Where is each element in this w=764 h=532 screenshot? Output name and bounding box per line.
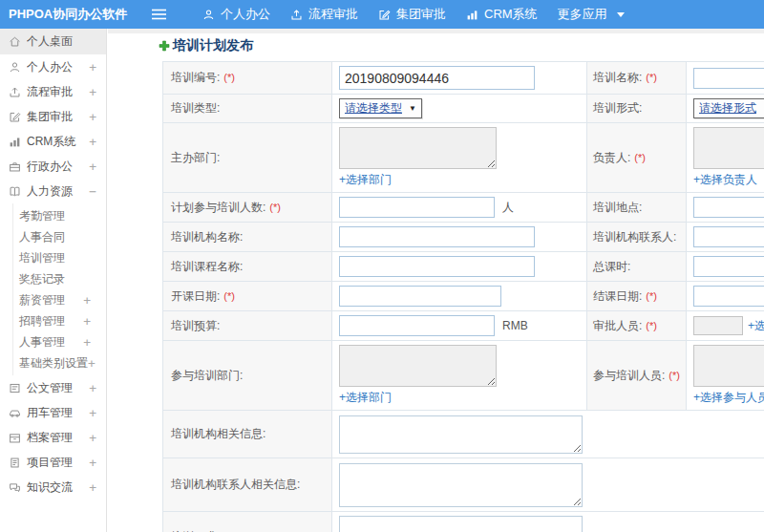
- sidebar-subitem-hr-contract[interactable]: 人事合同: [13, 226, 106, 247]
- field-label: 培训预算:: [171, 319, 220, 332]
- join-people-textarea[interactable]: [693, 345, 764, 387]
- required-mark: (*): [646, 290, 657, 302]
- sidebar-item-archive-mgmt[interactable]: 档案管理 +: [0, 425, 106, 450]
- required-mark: (*): [646, 72, 657, 83]
- expand-plus-icon: +: [89, 60, 98, 74]
- sidebar-subitem-salary[interactable]: 薪资管理 +: [13, 289, 106, 310]
- field-label: 培训形式:: [593, 101, 642, 115]
- home-icon: [9, 35, 21, 48]
- nav-item-more-apps[interactable]: 更多应用: [558, 6, 625, 23]
- sidebar-subitem-base-category[interactable]: 基础类别设置 +: [13, 352, 106, 373]
- expand-plus-icon: +: [83, 335, 93, 350]
- app-brand: PHPOA协同办公软件: [0, 6, 142, 23]
- expand-plus-icon: +: [89, 381, 98, 395]
- user-icon: [202, 9, 215, 21]
- sidebar-item-hr[interactable]: 人力资源 −: [0, 179, 106, 203]
- sidebar-subitem-recruit[interactable]: 招聘管理 +: [13, 310, 106, 331]
- sidebar-item-workflow-approval[interactable]: 流程审批 +: [0, 79, 106, 104]
- sidebar: 个人桌面 个人办公 + 流程审批 + 集团审批 + CRM系统 + 行政办公 +…: [0, 29, 107, 532]
- page-title-text: 培训计划发布: [173, 37, 253, 54]
- page-title: 培训计划发布: [159, 37, 253, 54]
- sidebar-subitem-label: 人事管理: [19, 334, 83, 351]
- select-approver-link[interactable]: +选择审批人员: [748, 318, 764, 334]
- sidebar-item-personal-office[interactable]: 个人办公 +: [0, 54, 106, 79]
- edit-icon: [9, 111, 21, 123]
- sidebar-item-desktop[interactable]: 个人桌面: [0, 29, 106, 54]
- leader-textarea[interactable]: [693, 127, 764, 169]
- sidebar-item-vehicle-mgmt[interactable]: 用车管理 +: [0, 400, 106, 425]
- field-label: 培训机构联系人:: [593, 230, 676, 244]
- sidebar-item-group-approval[interactable]: 集团审批 +: [0, 104, 106, 129]
- document-icon: [9, 382, 21, 394]
- field-label: 培训地点:: [593, 201, 642, 214]
- sidebar-subitem-personnel[interactable]: 人事管理 +: [13, 331, 106, 352]
- nav-item-label: 个人办公: [221, 6, 270, 23]
- sidebar-subitem-training[interactable]: 培训管理: [13, 247, 106, 268]
- field-label: 参与培训人员:: [593, 369, 665, 382]
- required-mark: (*): [269, 202, 281, 213]
- select-value: 请选择形式: [699, 100, 756, 117]
- sidebar-item-admin-office[interactable]: 行政办公 +: [0, 154, 106, 179]
- nav-item-group-approval[interactable]: 集团审批: [378, 6, 446, 23]
- car-icon: [9, 407, 21, 419]
- expand-plus-icon: +: [89, 135, 98, 149]
- select-dept-link[interactable]: +选择部门: [339, 172, 392, 188]
- location-input[interactable]: [693, 197, 764, 218]
- training-type-select[interactable]: 请选择类型 ▼: [339, 98, 422, 118]
- expand-plus-icon: +: [89, 160, 98, 174]
- training-form-select[interactable]: 请选择形式 ▼: [693, 98, 764, 118]
- org-contact-input[interactable]: [693, 226, 764, 247]
- requirement-textarea[interactable]: [339, 516, 583, 532]
- field-label: 结课日期:: [593, 289, 642, 303]
- training-name-input[interactable]: [693, 68, 764, 89]
- required-mark: (*): [646, 320, 657, 331]
- host-dept-textarea[interactable]: [339, 127, 497, 169]
- field-label: 培训编号:: [171, 71, 220, 84]
- planned-count-input[interactable]: [339, 197, 495, 218]
- hamburger-menu-button[interactable]: [148, 0, 169, 29]
- project-icon: [9, 457, 21, 469]
- sidebar-subitem-rewards[interactable]: 奖惩记录: [13, 268, 106, 289]
- join-dept-textarea[interactable]: [339, 345, 497, 387]
- sidebar-item-document-mgmt[interactable]: 公文管理 +: [0, 375, 106, 400]
- field-label: 开课日期:: [171, 289, 220, 303]
- nav-item-personal-office[interactable]: 个人办公: [202, 6, 270, 23]
- org-info-textarea[interactable]: [339, 415, 583, 454]
- select-join-dept-link[interactable]: +选择部门: [339, 390, 392, 406]
- course-name-input[interactable]: [339, 256, 535, 277]
- field-label: 培训课程名称:: [171, 260, 243, 273]
- sidebar-item-project-mgmt[interactable]: 项目管理 +: [0, 450, 106, 475]
- training-plan-form: 培训编号:(*) 培训名称:(*) 培训类型: 请选择类型 ▼ 培训形式: 请选…: [162, 61, 764, 532]
- org-contact-info-textarea[interactable]: [339, 463, 583, 507]
- currency-suffix: RMB: [502, 319, 528, 332]
- flow-icon: [9, 86, 21, 98]
- end-date-input[interactable]: [693, 286, 764, 307]
- total-hours-input[interactable]: [693, 256, 764, 277]
- nav-item-crm[interactable]: CRM系统: [466, 6, 538, 23]
- training-no-input[interactable]: [339, 66, 535, 90]
- menu-icon: [152, 9, 166, 20]
- field-label: 培训机构相关信息:: [171, 427, 265, 440]
- approver-input[interactable]: [693, 316, 743, 335]
- select-leader-link[interactable]: +选择负责人: [693, 172, 757, 188]
- content-top-strip: [108, 29, 764, 33]
- start-date-input[interactable]: [339, 286, 501, 307]
- select-join-people-link[interactable]: +选择参与人员: [693, 390, 764, 406]
- sidebar-item-label: 用车管理: [27, 405, 89, 421]
- sidebar-hr-subtree: 考勤管理 人事合同 培训管理 奖惩记录 薪资管理 + 招聘管理 + 人事管理 +…: [12, 203, 106, 375]
- nav-item-label: 集团审批: [396, 6, 446, 23]
- sidebar-item-label: 档案管理: [27, 430, 89, 446]
- collapse-minus-icon: −: [89, 184, 98, 199]
- sidebar-subitem-label: 考勤管理: [19, 208, 93, 224]
- nav-item-workflow-approval[interactable]: 流程审批: [290, 6, 358, 23]
- field-label: 培训类型:: [171, 101, 220, 115]
- sidebar-item-label: CRM系统: [27, 134, 89, 150]
- sidebar-item-crm[interactable]: CRM系统 +: [0, 129, 106, 154]
- sidebar-item-knowledge[interactable]: 知识交流 +: [0, 475, 106, 500]
- sidebar-subitem-attendance[interactable]: 考勤管理: [13, 205, 106, 226]
- top-header-bar: PHPOA协同办公软件 个人办公 流程审批 集团审批 CRM系统 更多应用: [0, 0, 764, 29]
- user-icon: [9, 61, 21, 74]
- org-name-input[interactable]: [339, 226, 535, 247]
- required-mark: (*): [223, 290, 235, 302]
- budget-input[interactable]: [339, 315, 495, 336]
